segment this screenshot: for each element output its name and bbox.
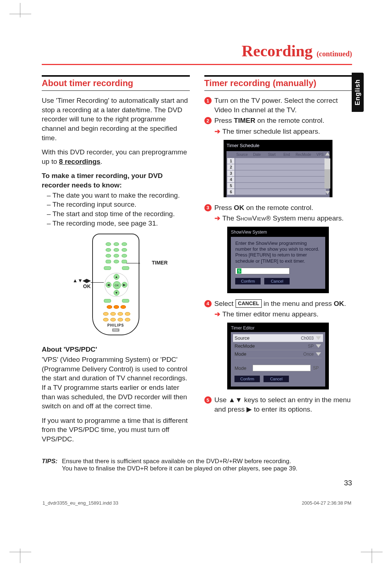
cancel-button[interactable]: Cancel [264,278,290,284]
remote-left-icon: ◀ [106,282,111,288]
txt: The timer schedule list appears. [222,127,320,136]
step-2-text: Press TIMER on the remote control. [215,116,324,125]
txt: on the remote control. [244,204,313,211]
page-footer: 33 [42,479,352,487]
need-to-know-head: To make a timer recording, your DVD reco… [42,171,190,190]
step-number-icon: 1 [204,97,212,104]
txt: The [222,214,236,222]
page-number: 33 [344,479,352,487]
tips-label: TIPS: [42,458,57,472]
row-value: Ch003 [290,336,315,341]
page-title-continued: (continued) [317,50,352,58]
txt: The timer editor menu appears. [222,310,319,319]
step-number-icon: 2 [204,117,212,124]
row-cells [235,183,326,189]
arrow-right-icon: ➔ [215,310,220,319]
indesign-footer: 1_dvdr3355_eu_eng_15891.indd 33 2005-04-… [42,500,352,506]
mode-input[interactable] [253,365,311,371]
tips-text: Ensure that there is sufficient space av… [62,458,297,472]
remote-button [125,318,130,322]
cancel-button[interactable]: Cancel [264,376,289,382]
editor-row-source[interactable]: Source Ch003 [233,334,323,342]
indd-timestamp: 2005-04-27 2:36:38 PM [302,500,351,506]
remote-button [104,266,111,270]
row-label: Mode [234,365,253,371]
step-number-icon: 4 [204,300,212,307]
timer-schedule-screen: Timer Schedule Source Date Start End Rec… [224,140,332,197]
txt: on the remote control. [255,117,324,124]
editor-mode-row[interactable]: Mode SP [234,364,322,372]
txt-bold: OK [334,300,344,307]
table-row: 4 [227,177,326,182]
crop-mark-bl [20,549,34,563]
crop-mark-br [358,549,372,563]
section-timer-manual: Timer recording (manually) [204,75,352,91]
screen-title: ShowView System [227,228,329,237]
editor-row[interactable]: Mode Once [234,350,322,358]
remote-num-6 [122,248,127,252]
row-num: 6 [227,189,234,195]
remote-num-4 [106,248,111,252]
arrow-right-icon: ➔ [215,214,220,223]
vps-p1: 'VPS' (Video Programming System) or 'PDC… [42,355,190,411]
arrow-icons: ▲▼◀▶ [73,278,91,283]
remote-down-icon: ▼ [114,290,119,296]
schedule-headers: Source Date Start End RecMode VPS [227,152,326,158]
row-cells [235,189,326,195]
arrow-right-icon: ➔ [215,127,220,136]
cancel-key-box: CANCEL [236,299,262,308]
chevron-down-icon[interactable] [315,343,322,349]
remote-button [104,299,111,303]
table-row: 2 [227,164,326,170]
row-value: SP [290,344,315,349]
col: Source [236,153,248,157]
row-label: RecMode [234,343,290,349]
txt-bold: OK [234,204,244,211]
remote-button [110,318,116,322]
remote-num-8 [114,254,119,258]
confirm-button[interactable]: Confirm [234,376,260,382]
remote-ok-button: OK [113,281,121,289]
remote-button [122,266,129,270]
remote-nav-ring: ▲ ▼ ◀ ▶ OK [105,273,128,297]
col: Date [251,153,263,157]
list-item: The start and stop time of the recording… [47,209,190,219]
txt: Press [215,204,234,211]
table-row: 5 [227,183,326,189]
showview-input[interactable]: 5 [235,268,290,274]
showview-screen: ShowView System Enter the ShowView progr… [227,227,329,293]
remote-num-1 [106,242,111,246]
about-intro: Use 'Timer Recording' to automatically s… [42,96,190,142]
row-cells [235,170,326,176]
scrollbar-thumb[interactable] [324,158,330,169]
editor-row[interactable]: RecMode SP [234,342,322,350]
list-item: The recording mode, see page 31. [47,219,190,228]
txt: You have to finalise the DVD+R before it… [62,465,297,472]
remote-button [118,312,123,316]
txt: Select [215,300,236,307]
remote-num-5 [114,248,119,252]
col: End [281,153,293,157]
remote-button [114,305,119,309]
list-item: The date you want to make the recording. [47,191,190,200]
remote-num-7 [106,254,111,258]
remote-num-0 [114,260,119,263]
step-5: 5 Use ▲▼ keys to select an entry in the … [204,395,352,414]
screen-body: Enter the ShowView programming number fo… [231,237,325,289]
chevron-down-icon[interactable] [315,335,322,341]
col: Start [266,153,278,157]
chevron-down-icon[interactable] [315,351,322,357]
row-num: 4 [227,177,234,182]
crop-mark-tl [20,3,34,17]
callout-line [126,263,140,263]
callout-timer: TIMER [152,260,168,266]
schedule-table: Source Date Start End RecMode VPS 1 2 3 … [226,151,330,197]
confirm-button[interactable]: Confirm [235,278,261,284]
step-2-result: ➔ The timer schedule list appears. [215,127,352,136]
row-label: Mode [234,351,290,357]
indd-file: 1_dvdr3355_eu_eng_15891.indd 33 [42,500,118,506]
col: VPS [314,153,326,157]
8-recordings-link: 8 recordings [59,158,101,165]
remote-select [106,260,111,263]
txt: Ensure that there is sufficient space av… [62,458,291,465]
